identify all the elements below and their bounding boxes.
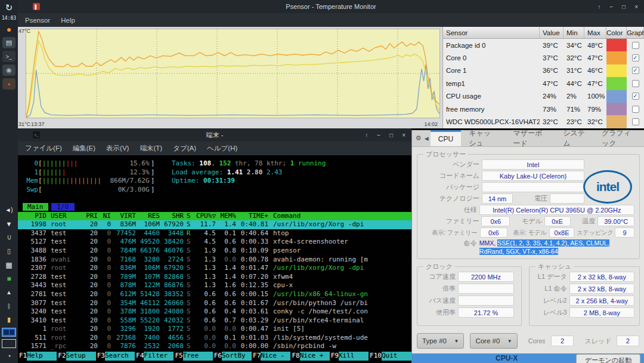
column-header-virt[interactable]: VIRT — [111, 212, 136, 221]
process-row[interactable]: 1998root200836M106M67920S11.71.40:40.81/… — [18, 220, 411, 229]
terminal-titlebar[interactable]: >_ 端末 - ↑ − □ × — [18, 128, 411, 141]
graph-checkbox[interactable] — [632, 118, 639, 125]
process-row[interactable]: 3488test200784M6637646076S1.90.80:10.09p… — [18, 247, 411, 256]
tab-main[interactable]: Main — [23, 203, 48, 211]
wifi-icon[interactable]: ▼ — [2, 218, 16, 229]
graph-checkbox[interactable]: ✓ — [632, 67, 639, 74]
fkey-label[interactable]: Tree — [183, 352, 213, 361]
fkey-setup[interactable]: F2 — [57, 352, 66, 361]
column-header-color[interactable]: Color — [606, 27, 627, 38]
process-row[interactable]: 1root200329619201772S0.00.00:00.47init [… — [18, 325, 411, 334]
column-header-max[interactable]: Max — [584, 27, 606, 38]
fkey-kill[interactable]: F9 — [330, 352, 339, 361]
paperclip-icon[interactable]: ⊃ — [4, 231, 15, 244]
fkey-sortby[interactable]: F6 — [213, 352, 222, 361]
table-row[interactable]: temp147°C44°C47°C — [443, 77, 644, 90]
terminal-menu-item-0[interactable]: ファイル(F) — [25, 144, 62, 153]
terminal-launcher-icon[interactable]: >_ — [2, 51, 16, 62]
column-header-cpu[interactable]: CPU%▽ — [193, 212, 216, 221]
column-header-pid[interactable]: PID — [23, 212, 47, 221]
column-header-sensor[interactable]: Sensor — [443, 27, 540, 38]
fkey-label[interactable]: Setup — [66, 352, 96, 361]
volume-icon[interactable]: ◄) — [2, 204, 16, 216]
tab-グラフィック[interactable]: グラフィック — [594, 130, 644, 146]
terminal-menu-item-1[interactable]: 編集(E) — [73, 144, 95, 153]
gauge-icon[interactable]: ◔ — [2, 350, 16, 362]
tab-io[interactable]: I/O — [51, 203, 75, 211]
thermometer-icon[interactable]: ▯ — [2, 245, 16, 257]
terminal-menu-item-2[interactable]: 表示(V) — [106, 144, 129, 153]
fkey-label[interactable]: Help — [27, 352, 57, 361]
eject-icon[interactable]: ▲ — [2, 287, 16, 298]
process-row[interactable]: 3437test2007745244603448R4.50.10:40.64ht… — [18, 229, 411, 238]
type-select[interactable]: Type #0▼ — [417, 333, 464, 349]
process-row[interactable]: 3240test200378M3180024080S0.60.40:03.61c… — [18, 307, 411, 316]
graph-checkbox[interactable] — [632, 42, 639, 49]
table-row[interactable]: WDC WD5000LPCX-16VHAT232°C23°C32°C — [443, 115, 644, 128]
table-row[interactable]: Package id 039°C34°C48°C — [443, 39, 644, 51]
process-row[interactable]: 3410test200558M5522042032S0.60.70:03.29/… — [18, 316, 411, 325]
back-icon[interactable]: ◀ — [422, 130, 430, 146]
graph-checkbox[interactable] — [632, 80, 639, 87]
screenshot-icon[interactable]: ◉ — [2, 64, 16, 76]
process-row[interactable]: 1836avahi200716832802724S1.30.00:00.78av… — [18, 256, 411, 264]
fkey-tree[interactable]: F5 — [174, 352, 182, 361]
process-row[interactable]: 5127test200476M4952038420S4.50.60:00.33x… — [18, 238, 411, 247]
psensor-menu-item-0[interactable]: Psensor — [25, 17, 50, 24]
fkey-label[interactable]: Kill — [339, 352, 369, 361]
process-table-header[interactable]: PIDUSERPRINIVIRTRESSHRSCPU%▽MEM%TIME+Com… — [18, 212, 411, 221]
workspace-2-indicator[interactable] — [2, 339, 16, 348]
close-button[interactable]: × — [634, 4, 638, 10]
tab-キャッシュ[interactable]: キャッシュ — [461, 130, 505, 146]
term-maximize-button[interactable]: □ — [389, 132, 393, 139]
terminal-menu-item-4[interactable]: タブ(A) — [173, 144, 196, 153]
process-row[interactable]: 2307root200836M106M67920S1.31.40:01.47/u… — [18, 264, 411, 273]
fkey-label[interactable]: Filter — [144, 352, 174, 361]
table-row[interactable]: CPU usage24%2%100%✓ — [443, 90, 644, 103]
fkey-nice[interactable]: F8 — [290, 352, 299, 361]
package-icon[interactable]: ■ — [2, 273, 16, 284]
column-header-mem[interactable]: MEM% — [216, 212, 236, 221]
column-header-min[interactable]: Min — [564, 27, 584, 38]
keyboard-icon[interactable]: ▦ — [2, 259, 16, 270]
core-select[interactable]: Core #0▼ — [470, 333, 517, 349]
fkey-label[interactable]: Search — [105, 352, 135, 361]
start-daemon-button[interactable]: デーモンの起動 — [576, 354, 640, 363]
tab-システム[interactable]: システム — [555, 130, 594, 146]
graph-checkbox[interactable]: ✓ — [632, 54, 639, 61]
logout-icon[interactable]: ↻ — [2, 2, 16, 13]
fkey-filter[interactable]: F4 — [135, 352, 144, 361]
term-shade-button[interactable]: ↑ — [365, 132, 368, 139]
graph-checkbox[interactable] — [632, 106, 639, 113]
column-header-pri[interactable]: PRI — [83, 212, 98, 221]
fkey-help[interactable]: F1 — [18, 352, 27, 361]
column-header-ni[interactable]: NI — [98, 212, 111, 221]
psensor-menu-item-1[interactable]: Help — [61, 17, 75, 24]
gear-icon[interactable]: ⚙ — [414, 130, 422, 146]
term-minimize-button[interactable]: − — [377, 132, 380, 139]
firefox-icon[interactable]: ● — [2, 23, 16, 35]
shade-button[interactable]: ↑ — [597, 4, 600, 10]
bluetooth-icon[interactable]: ᛒ — [2, 300, 16, 312]
process-row[interactable]: 2781test200612M5142838352S0.60.60:00.15/… — [18, 290, 411, 299]
column-header-res[interactable]: RES — [136, 212, 160, 221]
process-row[interactable]: 3443test200878M122M86876S1.31.60:12.35cp… — [18, 281, 411, 290]
fkey-label[interactable]: Nice + — [300, 352, 330, 361]
column-header-shr[interactable]: SHR — [160, 212, 184, 221]
graph-checkbox[interactable]: ✓ — [632, 93, 639, 100]
minimize-button[interactable]: − — [609, 4, 613, 10]
column-header-command[interactable]: Command — [268, 212, 411, 221]
battery-icon[interactable]: ▮ — [2, 314, 16, 325]
table-row[interactable]: free memory73%71%79% — [443, 103, 644, 115]
terminal-menu-item-3[interactable]: 端末(T) — [140, 144, 162, 153]
table-row[interactable]: Core 037°C32°C47°C✓ — [443, 51, 644, 64]
file-manager-icon[interactable]: ▤ — [2, 37, 16, 48]
fkey-label[interactable]: Nice - — [261, 352, 290, 361]
column-header-graph[interactable]: Graph — [627, 27, 644, 38]
fkey-label[interactable]: Quit — [382, 352, 411, 361]
column-header-time[interactable]: TIME+ — [236, 212, 268, 221]
fkey-quit[interactable]: F10 — [369, 352, 382, 361]
fkey-label[interactable]: SortBy — [222, 352, 252, 361]
column-header-user[interactable]: USER — [47, 212, 83, 221]
htop-display[interactable]: 0[|||||||||15.6%]1[||||||12.3%]Mem[|||||… — [18, 156, 411, 363]
